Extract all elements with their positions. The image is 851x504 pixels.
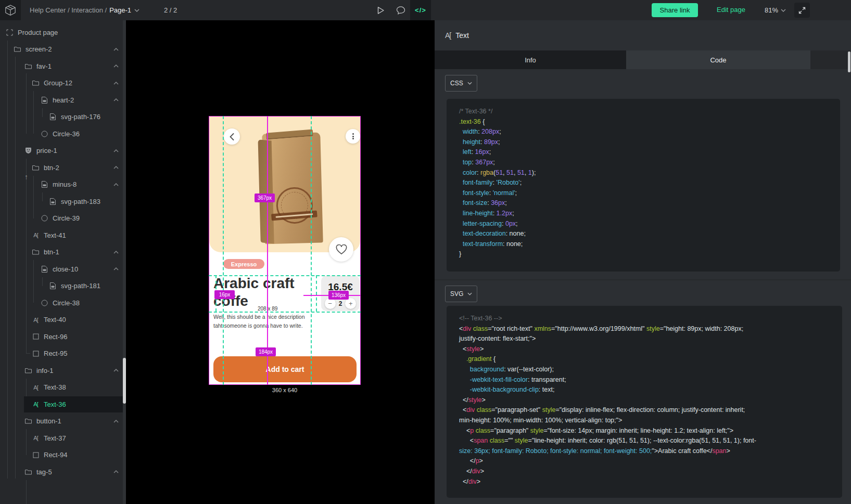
- layer-item-Product page[interactable]: Product page: [0, 24, 126, 41]
- layer-item-Text-38[interactable]: A[Text-38: [0, 379, 126, 396]
- favorite-button[interactable]: [329, 237, 353, 262]
- layer-label: Circle-38: [53, 299, 80, 307]
- app-logo[interactable]: [0, 0, 21, 20]
- code-mode-button[interactable]: </>: [410, 0, 431, 20]
- code-line: </div>: [459, 467, 842, 477]
- chevron-up-icon[interactable]: [113, 251, 119, 254]
- code-line: .text-36 {: [459, 117, 840, 127]
- circle-icon: [40, 300, 49, 306]
- share-link-button[interactable]: Share link: [652, 3, 698, 17]
- layer-item-Group-12[interactable]: Group-12: [0, 75, 126, 92]
- layer-item-Circle-39[interactable]: Circle-39: [0, 210, 126, 227]
- chevron-up-icon[interactable]: [113, 369, 119, 372]
- chevron-up-icon[interactable]: [113, 149, 119, 152]
- fullscreen-button[interactable]: [794, 3, 810, 18]
- layer-item-svg-path-181[interactable]: svg-path-181: [0, 278, 126, 295]
- chevron-up-icon[interactable]: [113, 183, 119, 186]
- layer-item-Text-40[interactable]: A[Text-40: [0, 312, 126, 329]
- layer-label: Rect-95: [44, 350, 68, 357]
- chevron-up-icon[interactable]: [113, 98, 119, 101]
- layer-item-Text-41[interactable]: A[Text-41: [0, 227, 126, 244]
- layer-item-svg-path-176[interactable]: svg-path-176: [0, 109, 126, 126]
- layer-item-minus-8[interactable]: minus-8: [0, 176, 126, 193]
- guide-line: [209, 312, 361, 313]
- chevron-down-icon[interactable]: [134, 9, 139, 12]
- chevron-up-icon[interactable]: [113, 166, 119, 169]
- layer-tree: Product pagescreen-2fav-1Group-12heart-2…: [0, 24, 126, 481]
- layer-item-Text-37[interactable]: A[Text-37: [0, 430, 126, 447]
- product-page-frame[interactable]: Expresso Arabic craft coffe 16.5€ − 2 + …: [209, 116, 361, 385]
- layer-item-Circle-38[interactable]: Circle-38: [0, 294, 126, 312]
- panel-scrollbar-thumb[interactable]: [848, 51, 850, 72]
- css-format-select[interactable]: CSS: [445, 75, 477, 92]
- code-line: </div>: [459, 477, 842, 487]
- layer-item-Rect-95[interactable]: Rect-95: [0, 345, 126, 363]
- layer-item-button-1[interactable]: button-1: [0, 413, 126, 430]
- layer-item-heart-2[interactable]: heart-2: [0, 92, 126, 109]
- layer-item-tag-5[interactable]: tag-5: [0, 463, 126, 481]
- layer-item-Rect-94[interactable]: Rect-94: [0, 447, 126, 464]
- chevron-left-icon: [230, 133, 234, 140]
- edit-page-link[interactable]: Edit page: [717, 6, 745, 14]
- layer-label: svg-path-181: [61, 282, 100, 290]
- svgfile-icon: [40, 181, 49, 188]
- chevron-down-icon: [781, 9, 786, 12]
- chevron-up-icon[interactable]: [113, 64, 119, 68]
- minus-button[interactable]: −: [325, 298, 336, 309]
- css-code-block[interactable]: /* Text-36 */.text-36 { width: 208px; he…: [447, 99, 840, 272]
- layer-label: fav-1: [36, 62, 52, 70]
- tab-info[interactable]: Info: [435, 50, 626, 69]
- more-menu-button[interactable]: [346, 129, 360, 144]
- layer-label: info-1: [36, 367, 54, 374]
- measure-label: 184px: [256, 347, 276, 356]
- chevron-up-icon[interactable]: [113, 82, 119, 85]
- svgfile-icon: [40, 266, 49, 273]
- code-line: font-style: 'normal';: [459, 188, 840, 199]
- coffee-bag-image: [262, 133, 323, 244]
- sidebar-scrollbar-thumb[interactable]: [123, 358, 126, 404]
- code-line: color: rgba(51, 51, 51, 1);: [459, 168, 840, 178]
- circle-icon: [40, 131, 49, 137]
- code-line: width: 208px;: [459, 127, 840, 137]
- layer-item-screen-2[interactable]: screen-2: [0, 41, 126, 58]
- design-canvas[interactable]: Expresso Arabic craft coffe 16.5€ − 2 + …: [126, 20, 435, 504]
- layer-item-info-1[interactable]: info-1: [0, 362, 126, 379]
- tab-code[interactable]: Code: [626, 50, 810, 69]
- svgfile-icon: [40, 97, 49, 104]
- layer-item-btn-2[interactable]: btn-2: [0, 159, 126, 176]
- layer-item-Text-36[interactable]: A[Text-36: [0, 396, 126, 413]
- layer-item-btn-1[interactable]: btn-1: [0, 244, 126, 261]
- layer-item-Circle-36[interactable]: Circle-36: [0, 125, 126, 143]
- measure-label: 367px: [255, 193, 275, 202]
- layer-item-price-1[interactable]: price-1: [0, 143, 126, 160]
- sidebar-scrollbar[interactable]: [123, 20, 126, 504]
- layer-item-fav-1[interactable]: fav-1: [0, 58, 126, 75]
- layer-item-svg-path-183[interactable]: svg-path-183: [0, 193, 126, 210]
- plus-button[interactable]: +: [345, 298, 356, 309]
- code-line: <style>: [459, 344, 842, 355]
- layer-label: svg-path-176: [61, 113, 100, 121]
- zoom-level-control[interactable]: 81%: [765, 0, 786, 20]
- play-button[interactable]: [371, 0, 390, 20]
- code-line: <div class="root rich-text" xmlns="http:…: [459, 324, 842, 334]
- layer-item-close-10[interactable]: close-10: [0, 261, 126, 278]
- layer-label: heart-2: [53, 96, 74, 104]
- layer-item-Rect-96[interactable]: Rect-96: [0, 328, 126, 345]
- chevron-up-icon[interactable]: [113, 48, 119, 51]
- code-line: text-transform: none;: [459, 239, 840, 250]
- comment-button[interactable]: [391, 0, 411, 20]
- expand-icon: [798, 7, 806, 14]
- chevron-up-icon[interactable]: [113, 470, 119, 473]
- inspector-panel: A[ Text Info Code CSS /* Text-36 */.text…: [435, 20, 851, 504]
- code-line: background: var(--text-color);: [459, 365, 842, 375]
- chevron-up-icon[interactable]: [113, 420, 119, 423]
- add-to-cart-button[interactable]: Add to cart: [213, 356, 357, 382]
- category-tag[interactable]: Expresso: [223, 259, 264, 269]
- page-counter: 2 / 2: [164, 0, 177, 20]
- breadcrumb[interactable]: Help Center / Interaction / Page-1: [30, 0, 139, 20]
- svg-code-block[interactable]: <!-- Text-36 --><div class="root rich-te…: [447, 306, 842, 498]
- code-line: size: 36px; font-family: Roboto; font-st…: [459, 446, 842, 457]
- svg-format-select[interactable]: SVG: [445, 286, 477, 302]
- chevron-up-icon[interactable]: [113, 267, 119, 270]
- back-button[interactable]: [224, 128, 240, 145]
